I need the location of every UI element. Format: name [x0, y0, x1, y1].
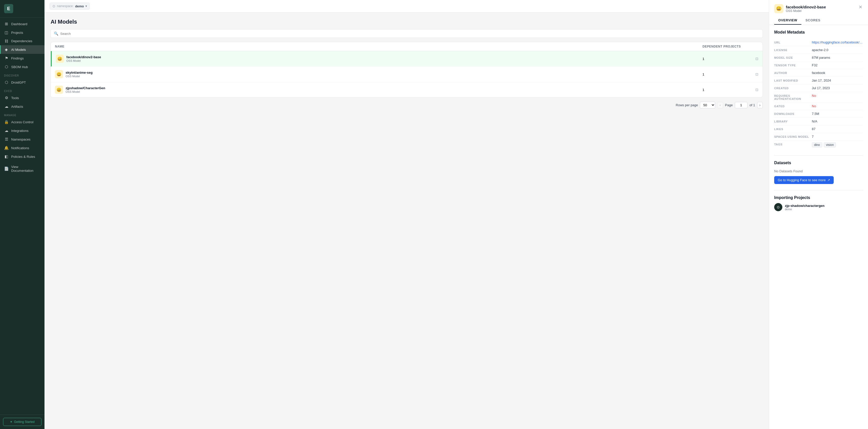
meta-value-created: Jul 17, 2023	[812, 86, 863, 90]
col-name: Name	[55, 45, 703, 48]
model-type: OSS Model	[66, 75, 93, 78]
meta-key: GATED	[774, 104, 810, 108]
tab-overview[interactable]: OVERVIEW	[774, 16, 801, 25]
sidebar-item-namespaces[interactable]: ☰ Namespaces	[0, 135, 44, 143]
tools-icon: ⚙	[4, 96, 9, 100]
panel-model-details: facebook/dinov2-base OSS Model	[786, 5, 826, 13]
meta-value-gated: No	[812, 104, 863, 108]
tag-badge-vision: vision	[824, 142, 836, 147]
panel-divider	[774, 155, 863, 156]
getting-started-button[interactable]: ✦ Getting Started	[3, 418, 41, 426]
right-panel: 😀 facebook/dinov2-base OSS Model ✕ OVERV…	[769, 0, 868, 429]
external-link-icon: ↗	[827, 178, 830, 182]
sidebar-item-label: Tools	[11, 96, 19, 100]
sidebar-item-artifacts[interactable]: ☁ Artifacts	[0, 102, 44, 111]
table-row[interactable]: 😀 skytnt/anime-seg OSS Model 1 ⊡	[51, 67, 763, 82]
sidebar-item-label: Projects	[11, 31, 23, 35]
sidebar-item-tools[interactable]: ⚙ Tools	[0, 94, 44, 102]
sidebar-item-notifications[interactable]: 🔔 Notifications	[0, 143, 44, 152]
meta-key: TAGS	[774, 142, 810, 147]
col-dependent: Dependent Projects	[703, 45, 743, 48]
sidebar-item-label: Namespaces	[11, 137, 31, 141]
sidebar-item-label: AI Models	[11, 48, 26, 52]
sidebar-item-label: SBOM Hub	[11, 65, 28, 69]
sidebar-item-droidgpt[interactable]: ⬡ DroidGPT	[0, 78, 44, 87]
sidebar-item-sbom-hub[interactable]: ⬡ SBOM Hub	[0, 63, 44, 71]
discover-section-label: DISCOVER	[0, 71, 44, 78]
meta-row-created: CREATED Jul 17, 2023	[774, 85, 863, 92]
panel-close-button[interactable]: ✕	[857, 4, 864, 11]
sidebar-item-label: Dependencies	[11, 39, 32, 43]
importing-title: Importing Projects	[774, 195, 863, 200]
policies-icon: ◧	[4, 154, 9, 159]
meta-value-requires-auth: No	[812, 94, 863, 100]
meta-value-library: N/A	[812, 120, 863, 123]
table-row[interactable]: 😀 zjpshadow/CharacterGen OSS Model 1 ⊡	[51, 82, 763, 97]
sidebar-item-access-control[interactable]: 🔒 Access Control	[0, 118, 44, 126]
meta-key: URL	[774, 40, 810, 44]
dependent-count: 1	[703, 72, 743, 76]
import-details: zjp-shadow/charactergen demo	[785, 204, 825, 211]
model-info: zjpshadow/CharacterGen OSS Model	[66, 86, 105, 93]
docs-icon: 📄	[4, 166, 9, 171]
model-cell: 😀 zjpshadow/CharacterGen OSS Model	[55, 86, 703, 94]
findings-icon: ⚑	[4, 56, 9, 61]
datasets-title: Datasets	[774, 161, 863, 165]
sidebar-item-projects[interactable]: ◫ Projects	[0, 28, 44, 37]
model-info: skytnt/anime-seg OSS Model	[66, 71, 93, 78]
sidebar-item-ai-models[interactable]: ◈ AI Models	[0, 45, 44, 54]
ai-models-icon: ◈	[4, 47, 9, 52]
sidebar-item-integrations[interactable]: ☁ Integrations	[0, 126, 44, 135]
metadata-table: URL https://huggingface.co/facebook/dino…	[774, 39, 863, 149]
sidebar-item-policies[interactable]: ◧ Policies & Rules	[0, 152, 44, 161]
table-row[interactable]: 😀 facebook/dinov2-base OSS Model 1 ⊡	[51, 51, 763, 67]
prev-page-button[interactable]: ‹	[717, 102, 723, 108]
import-name: zjp-shadow/charactergen	[785, 204, 825, 208]
model-name: skytnt/anime-seg	[66, 71, 93, 74]
sidebar-item-label: Integrations	[11, 129, 29, 133]
copy-icon[interactable]: ⊡	[755, 57, 758, 61]
namespace-label: namespace:	[57, 4, 73, 8]
search-input[interactable]	[60, 32, 760, 36]
notifications-icon: 🔔	[4, 145, 9, 150]
copy-icon[interactable]: ⊡	[755, 88, 758, 92]
page-label: Page	[725, 103, 733, 107]
rows-per-page-select[interactable]: 50 10 25 100	[700, 102, 715, 108]
model-name: facebook/dinov2-base	[66, 55, 101, 59]
sidebar-item-dashboard[interactable]: ⊞ Dashboard	[0, 20, 44, 28]
sidebar-item-view-docs[interactable]: 📄 View Documentation	[0, 163, 44, 175]
meta-value-likes: 87	[812, 127, 863, 131]
meta-row-gated: GATED No	[774, 102, 863, 110]
namespace-icon: ⊙	[52, 4, 55, 8]
metadata-title: Model Metadata	[774, 30, 863, 35]
meta-row-downloads: DOWNLOADS 7.5M	[774, 110, 863, 118]
meta-key: CREATED	[774, 86, 810, 90]
panel-model-name: facebook/dinov2-base	[786, 5, 826, 9]
next-page-button[interactable]: ›	[757, 102, 763, 108]
no-datasets-text: No Datasets Found	[774, 169, 863, 173]
meta-key: LIBRARY	[774, 120, 810, 123]
sidebar-item-dependencies[interactable]: ⛓ Dependencies	[0, 37, 44, 45]
tab-scores[interactable]: SCORES	[801, 16, 825, 25]
meta-value-spaces: 7	[812, 135, 863, 138]
cicd-section-label: CI/CD	[0, 87, 44, 94]
meta-value-url[interactable]: https://huggingface.co/facebook/dino...	[812, 40, 863, 44]
hf-button[interactable]: Go to Hugging Face to see more ↗	[774, 176, 834, 184]
sidebar-item-findings[interactable]: ⚑ Findings	[0, 54, 44, 63]
datasets-section: Datasets No Datasets Found Go to Hugging…	[774, 161, 863, 184]
pagination: Rows per page 50 10 25 100 ‹ Page of 1 ›	[51, 102, 763, 108]
meta-key: TENSOR TYPE	[774, 63, 810, 67]
model-type: OSS Model	[66, 59, 101, 62]
meta-row-last-modified: LAST MODIFIED Jan 17, 2024	[774, 77, 863, 85]
namespace-selector[interactable]: ⊙ namespace: demo ▾	[50, 3, 90, 10]
copy-icon[interactable]: ⊡	[755, 72, 758, 76]
meta-value-license: apache-2.0	[812, 48, 863, 52]
meta-row-tensor-type: TENSOR TYPE F32	[774, 62, 863, 69]
page-input[interactable]	[735, 102, 747, 108]
dependent-count: 1	[703, 88, 743, 92]
sidebar: E ⊞ Dashboard ◫ Projects ⛓ Dependencies …	[0, 0, 44, 429]
sidebar-nav: ⊞ Dashboard ◫ Projects ⛓ Dependencies ◈ …	[0, 18, 44, 415]
model-info: facebook/dinov2-base OSS Model	[66, 55, 101, 62]
col-actions	[743, 45, 758, 48]
integrations-icon: ☁	[4, 128, 9, 133]
